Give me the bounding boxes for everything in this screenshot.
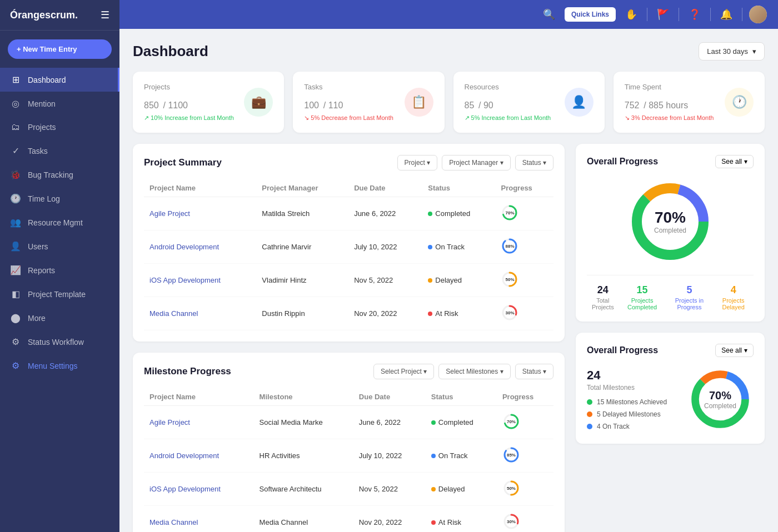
overall-progress-header-1: Overall Progress See all ▾ [587,155,754,168]
progress-circle: 88% [501,237,518,255]
search-icon[interactable]: 🔍 [540,6,558,23]
stat-content: Tasks 100 / 110 ↘ 5% Decrease from Last … [304,83,393,122]
filter-select-project[interactable]: Select Project ▾ [373,364,434,379]
status-dot [431,454,436,458]
sidebar-item-resource-mgmt[interactable]: 👥 Resource Mgmt [0,210,119,234]
filter-select-milestones[interactable]: Select Milestones ▾ [438,364,510,379]
flag-icon[interactable]: 🚩 [654,6,672,23]
donut-section-1: 70% Completed [587,177,754,266]
sidebar-item-label: Users [28,242,48,251]
project-name-link[interactable]: Agile Project [149,209,190,218]
projects-stat-icon: 💼 [244,88,273,117]
status-text: Completed [438,418,473,426]
progress-circle: 30% [502,513,520,530]
hand-icon[interactable]: ✋ [622,6,640,23]
project-name-cell: Agile Project [144,197,256,230]
project-name-cell: Media Channel [144,506,254,533]
status-text: Delayed [438,485,465,493]
sidebar-item-status-workflow[interactable]: ⚙ Status Workflow [0,330,119,354]
notification-icon[interactable]: 🔔 [717,6,735,23]
users-icon: 👤 [10,241,21,252]
table-row: Media Channel Media Channel Nov 20, 2022… [144,506,553,533]
chevron-down-icon: ▾ [744,158,747,165]
see-all-button-2[interactable]: See all ▾ [715,344,754,357]
due-date-cell: Nov 20, 2022 [348,297,422,330]
more-icon: ⬤ [10,313,21,323]
project-name-link[interactable]: Android Development [149,451,219,460]
new-time-entry-button[interactable]: + New Time Entry [8,39,112,59]
project-summary-title: Project Summary [144,157,222,168]
projects-completed-label: Projects Completed [619,297,666,310]
sidebar-item-dashboard[interactable]: ⊞ Dashboard [0,68,119,92]
sidebar-item-more[interactable]: ⬤ More [0,306,119,330]
stats-row: Projects 850 / 1100 ↗ 10% Increase from … [133,72,765,133]
due-date-cell: June 6, 2022 [348,197,422,230]
sidebar-item-users[interactable]: 👤 Users [0,234,119,258]
projects-completed-stat: 15 Projects Completed [619,284,666,310]
col-status: Status [422,179,495,197]
filter-project[interactable]: Project ▾ [397,155,438,170]
status-cell: Delayed [426,473,497,506]
stat-label: Resources [465,83,551,91]
progress-circle: 70% [501,204,518,222]
project-name-link[interactable]: Agile Project [149,418,190,426]
progress-cell: 50% [497,473,553,506]
total-projects-value: 24 [587,284,619,296]
sidebar-item-time-log[interactable]: 🕐 Time Log [0,187,119,210]
donut-center-1: 70% Completed [654,209,686,234]
quick-links-button[interactable]: Quick Links [565,7,616,22]
sidebar-nav: ⊞ Dashboard ◎ Mention 🗂 Projects ✓ Tasks… [0,68,119,378]
topbar-divider-1 [647,8,647,21]
stat-card-tasks: Tasks 100 / 110 ↘ 5% Decrease from Last … [293,72,444,133]
date-filter-button[interactable]: Last 30 days ▾ [699,42,765,61]
topbar-divider-2 [679,8,679,21]
due-date-cell: July 10, 2022 [353,439,426,473]
donut-label-2: Completed [704,402,736,410]
project-name-link[interactable]: Media Channel [149,309,198,318]
filter-project-manager[interactable]: Project Manager ▾ [442,155,510,170]
total-projects-stat: 24 Total Projects [587,284,619,310]
sidebar-item-tasks[interactable]: ✓ Tasks [0,139,119,163]
sidebar-item-label: Project Template [28,290,86,299]
project-name-link[interactable]: iOS App Development [149,485,221,493]
col-due-date: Due Date [353,388,426,406]
milestone-progress-header: Milestone Progress Select Project ▾ Sele… [144,364,553,379]
overall-progress-card-2: Overall Progress See all ▾ 24 Total Mile… [576,333,765,444]
status-dot [428,278,432,283]
main-area: 🔍 Quick Links ✋ 🚩 ❓ 🔔 Dashboard Last 30 … [119,0,778,532]
avatar[interactable] [749,6,767,23]
topbar-divider-4 [742,8,742,21]
stat-card-projects: Projects 850 / 1100 ↗ 10% Increase from … [133,72,284,133]
project-name-link[interactable]: Media Channel [149,518,198,526]
sidebar-item-mention[interactable]: ◎ Mention [0,92,119,116]
filter-status[interactable]: Status ▾ [515,155,553,170]
filter-milestone-status[interactable]: Status ▾ [515,364,553,379]
milestone-progress-card: Milestone Progress Select Project ▾ Sele… [133,353,565,532]
milestone-legend: 15 Milestones Achieved 5 Delayed Milesto… [587,398,678,430]
resources-stat-icon: 👤 [565,88,594,117]
stat-value: 752 / 885 hours [625,94,714,112]
sidebar-item-projects[interactable]: 🗂 Projects [0,116,119,139]
stat-content: Resources 85 / 90 ↗ 5% Increase from Las… [465,83,551,122]
projects-in-progress-value: 5 [665,284,713,296]
sidebar-item-menu-settings[interactable]: ⚙ Menu Settings [0,354,119,378]
help-icon[interactable]: ❓ [686,6,704,23]
project-name-link[interactable]: Android Development [149,243,219,251]
donut-chart-1: 70% Completed [626,177,715,266]
status-text: At Risk [438,518,461,526]
hamburger-icon[interactable]: ☰ [101,9,109,21]
stat-card-resources: Resources 85 / 90 ↗ 5% Increase from Las… [453,72,605,133]
sidebar-item-bug-tracking[interactable]: 🐞 Bug Tracking [0,163,119,187]
project-name-cell: Agile Project [144,406,254,439]
time-log-icon: 🕐 [10,193,21,204]
see-all-button-1[interactable]: See all ▾ [715,155,754,168]
milestone-cell: Social Media Marke [254,406,353,439]
progress-cell: 70% [497,406,553,439]
status-cell: On Track [422,230,495,264]
sidebar-item-project-template[interactable]: ◧ Project Template [0,282,119,306]
main-grid: Project Summary Project ▾ Project Manage… [133,144,765,532]
col-status: Status [426,388,497,406]
sidebar-item-reports[interactable]: 📈 Reports [0,258,119,282]
donut-chart-2: 70% Completed [687,366,754,433]
project-name-link[interactable]: iOS App Development [149,276,221,284]
